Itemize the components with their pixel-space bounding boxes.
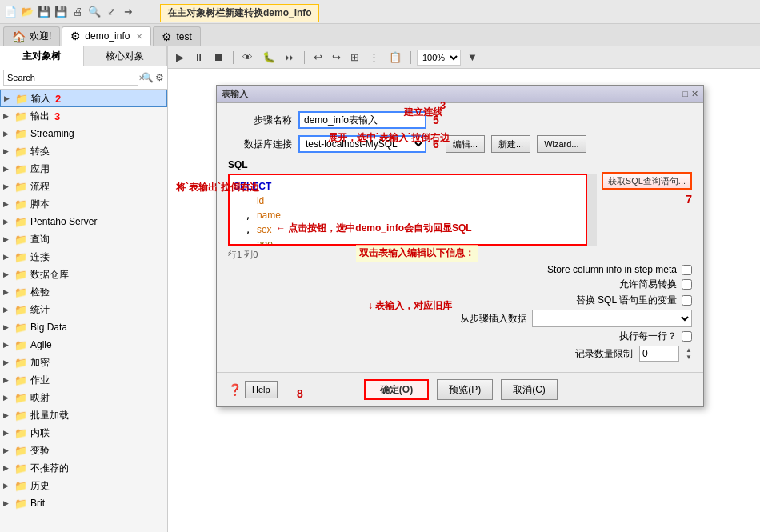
tree-item-vartest[interactable]: ▶ 📁 变验 xyxy=(0,442,167,459)
zoom-select[interactable]: 100% 75% 50% 150% 200% xyxy=(417,50,461,66)
saveas-icon[interactable]: 💾 xyxy=(54,5,68,19)
run-btn[interactable]: ▶ xyxy=(173,50,187,66)
expand-arrow-flow: ▶ xyxy=(3,182,11,190)
ok-btn[interactable]: 确定(O) xyxy=(364,379,429,400)
replace-sql-row: 替换 SQL 语句里的变量 xyxy=(228,294,692,307)
spinner-up[interactable]: ▲ xyxy=(686,346,692,354)
cancel-btn[interactable]: 取消(C) xyxy=(501,379,558,400)
tab-welcome[interactable]: 🏠 欢迎! xyxy=(3,26,60,46)
canvas-area: ▶ ⏸ ⏹ 👁 🐛 ⏭ ↩ ↪ ⊞ ⋮ 📋 100% 75% 50% 150% … xyxy=(168,46,760,532)
get-sql-btn[interactable]: 获取SQL查询语句... xyxy=(602,172,692,190)
expand-arrow-vartest: ▶ xyxy=(3,446,11,454)
pause-btn[interactable]: ⏸ xyxy=(190,50,207,66)
expand-arrow-map: ▶ xyxy=(3,394,11,402)
tree-item-encrypt[interactable]: ▶ 📁 加密 xyxy=(0,354,167,371)
debug-btn[interactable]: 🐛 xyxy=(259,50,278,66)
anno-db-hint: ↓ 表输入，对应旧库 xyxy=(368,299,452,313)
expand-arrow-encrypt: ▶ xyxy=(3,358,11,366)
expand-icon[interactable]: ⤢ xyxy=(104,5,118,19)
tree-item-job[interactable]: ▶ 📁 作业 xyxy=(0,371,167,389)
align-btn[interactable]: ⊞ xyxy=(347,50,362,66)
tree-item-pentaho[interactable]: ▶ 📁 Pentaho Server xyxy=(0,213,167,230)
preview-btn-footer[interactable]: 预览(P) xyxy=(437,379,493,400)
tree-item-bigdata[interactable]: ▶ 📁 Big Data xyxy=(0,318,167,336)
store-col-checkbox[interactable] xyxy=(682,265,692,275)
folder-icon-transform: 📁 xyxy=(14,146,27,158)
dialog-minimize-icon[interactable]: ─ xyxy=(674,89,680,99)
grid-btn[interactable]: ⋮ xyxy=(366,50,382,66)
tree-item-history[interactable]: ▶ 📁 历史 xyxy=(0,477,167,494)
tree-item-connect[interactable]: ▶ 📁 连接 xyxy=(0,248,167,266)
print-icon[interactable]: 🖨 xyxy=(70,5,85,19)
save-icon[interactable]: 💾 xyxy=(37,5,51,19)
tree-item-streaming[interactable]: ▶ 📁 Streaming xyxy=(0,125,167,142)
step-btn[interactable]: ⏭ xyxy=(282,50,298,66)
sql-scrollbar[interactable] xyxy=(587,174,597,246)
tree-item-stats[interactable]: ▶ 📁 统计 xyxy=(0,301,167,318)
spinner-down[interactable]: ▼ xyxy=(686,354,692,361)
folder-icon-query: 📁 xyxy=(14,234,27,246)
note-btn[interactable]: 📋 xyxy=(386,50,405,66)
tree-item-output[interactable]: ▶ 📁 输出 3 xyxy=(0,107,167,125)
tree-item-validate[interactable]: ▶ 📁 检验 xyxy=(0,283,167,301)
replace-sql-checkbox[interactable] xyxy=(682,295,692,306)
zoom-dropdown-icon[interactable]: ▼ xyxy=(464,50,481,66)
expand-arrow-pentaho: ▶ xyxy=(3,218,11,226)
redo-btn[interactable]: ↪ xyxy=(329,50,344,66)
expand-arrow-connect: ▶ xyxy=(3,253,11,261)
expand-arrow-validate: ▶ xyxy=(3,288,11,296)
sidebar-tab-core[interactable]: 核心对象 xyxy=(84,46,168,66)
tree-item-deprecated[interactable]: ▶ 📁 不推荐的 xyxy=(0,459,167,477)
tree-item-flow[interactable]: ▶ 📁 流程 xyxy=(0,178,167,195)
search-input[interactable] xyxy=(3,70,138,86)
tree-item-agile[interactable]: ▶ 📁 Agile xyxy=(0,336,167,354)
tree-item-script[interactable]: ▶ 📁 脚本 xyxy=(0,195,167,213)
dialog-close-icon[interactable]: ✕ xyxy=(691,89,698,99)
stop-btn[interactable]: ⏹ xyxy=(210,50,227,66)
search-options-icon[interactable]: ⚙ xyxy=(155,72,164,83)
exec-each-checkbox[interactable] xyxy=(682,331,692,342)
expand-arrow-job: ▶ xyxy=(3,376,11,384)
help-btn[interactable]: Help xyxy=(245,381,278,398)
arrow-icon[interactable]: ➜ xyxy=(121,5,135,19)
search-clear-icon[interactable]: ✕ xyxy=(138,74,145,82)
tab-test[interactable]: ⚙ test xyxy=(153,26,200,46)
exec-row: 执行每一行？ xyxy=(228,330,692,343)
tab-demo-info[interactable]: ⚙ demo_info ✕ xyxy=(62,26,151,46)
anno8-badge: 8 xyxy=(297,387,303,400)
folder-icon-output: 📁 xyxy=(14,110,27,122)
tree-item-query[interactable]: ▶ 📁 查询 xyxy=(0,230,167,248)
tree-item-input[interactable]: ▶ 📁 输入 2 xyxy=(0,90,167,107)
tree-item-bulk[interactable]: ▶ 📁 批量加载 xyxy=(0,406,167,424)
expand-arrow-deprecated: ▶ xyxy=(3,464,11,472)
folder-icon-validate: 📁 xyxy=(14,286,27,298)
folder-icon-history: 📁 xyxy=(14,480,27,492)
canvas-workspace[interactable]: 🗃 demo_info表输入 ↩ ✏ ⚙ 📋 ℹ xyxy=(168,69,760,532)
tree-item-app[interactable]: ▶ 📁 应用 xyxy=(0,160,167,178)
anno-sql-hint: ← 点击按钮，选中demo_info会自动回显SQL xyxy=(276,222,472,235)
tree-item-map[interactable]: ▶ 📁 映射 xyxy=(0,389,167,406)
expand-arrow-transform: ▶ xyxy=(3,147,11,155)
dialog-titlebar: 表输入 ─ □ ✕ xyxy=(217,86,703,103)
from-step-select[interactable] xyxy=(532,310,692,327)
explore-icon[interactable]: 🔍 xyxy=(87,5,102,19)
preview-btn[interactable]: 👁 xyxy=(239,50,256,66)
folder-icon-streaming: 📁 xyxy=(14,128,27,140)
wizard-btn[interactable]: Wizard... xyxy=(537,135,586,153)
edit-conn-btn[interactable]: 编辑... xyxy=(446,135,485,153)
allow-simple-checkbox[interactable] xyxy=(682,279,692,290)
record-spinner[interactable]: ▲ ▼ xyxy=(686,346,692,361)
tree-item-brit[interactable]: ▶ 📁 Brit xyxy=(0,494,167,512)
dialog-maximize-icon[interactable]: □ xyxy=(682,89,688,99)
tree-item-inline[interactable]: ▶ 📁 内联 xyxy=(0,424,167,442)
tree-item-transform[interactable]: ▶ 📁 转换 xyxy=(0,142,167,160)
undo-btn[interactable]: ↩ xyxy=(310,50,326,66)
folder-icon-encrypt: 📁 xyxy=(14,357,27,369)
open-icon[interactable]: 📂 xyxy=(20,5,34,19)
new-icon[interactable]: 📄 xyxy=(3,5,18,19)
tree-item-dw[interactable]: ▶ 📁 数据仓库 xyxy=(0,266,167,283)
tab-demo-info-close[interactable]: ✕ xyxy=(136,32,142,41)
record-limit-input[interactable] xyxy=(639,346,679,362)
sidebar-tab-main[interactable]: 主对象树 xyxy=(0,46,84,66)
new-conn-btn[interactable]: 新建... xyxy=(491,135,530,153)
